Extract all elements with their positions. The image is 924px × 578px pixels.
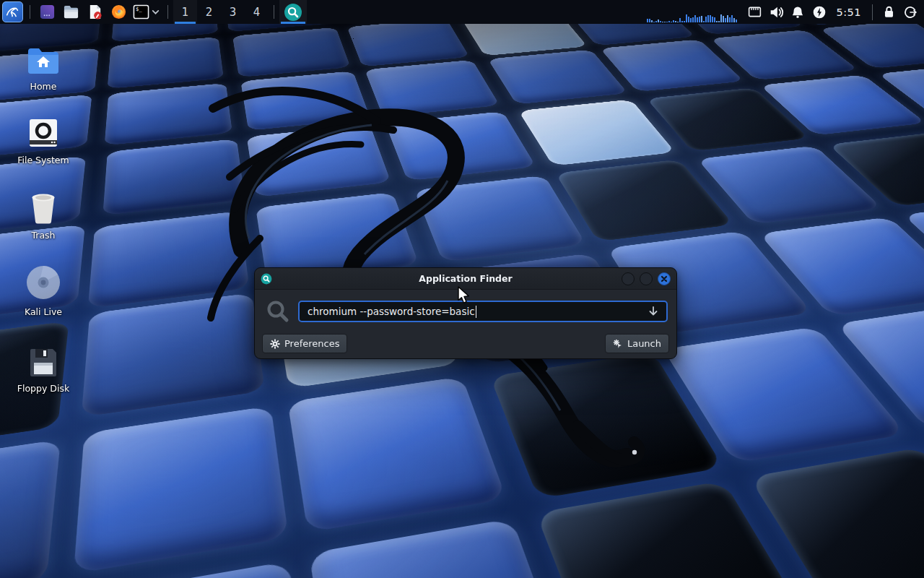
graph-bar [692, 17, 694, 22]
graph-bar [675, 21, 676, 22]
close-icon [661, 275, 668, 282]
desktop-icon-trash[interactable]: Trash [9, 189, 78, 241]
workspace-switcher: 1234 [173, 0, 269, 24]
logout-button[interactable] [899, 0, 921, 24]
wallpaper-cube [309, 519, 574, 578]
taskbar-window-application-finder[interactable] [279, 0, 307, 24]
wallpaper-cube [88, 211, 249, 309]
wallpaper-cube [232, 27, 350, 77]
desktop-icon-file-system[interactable]: File System [9, 114, 78, 165]
optical-disc-icon [25, 266, 61, 301]
wallpaper-cube [287, 376, 507, 532]
wallpaper-cube [365, 60, 500, 117]
graph-bar [720, 14, 722, 22]
workspace-button-4[interactable]: 4 [245, 0, 269, 24]
graph-bar [690, 18, 692, 22]
graph-bar [666, 22, 668, 22]
graph-bar [727, 15, 728, 22]
launcher-terminal-emulator[interactable]: $_ [131, 0, 162, 24]
notifications-tray-button[interactable] [787, 0, 808, 24]
dropdown-arrow-icon[interactable] [647, 305, 660, 318]
system-tray: 5:51 [647, 0, 924, 24]
trash-can-icon [28, 189, 58, 224]
command-input-value: chromium --password-store=basic [308, 306, 475, 317]
wallpaper-cube [247, 124, 391, 197]
wallpaper-cube [347, 19, 470, 67]
desktop-icon-home[interactable]: Home [9, 40, 78, 92]
minimize-button[interactable] [622, 272, 635, 285]
launcher-terminal-app[interactable] [35, 0, 59, 24]
workspace-button-1[interactable]: 1 [173, 0, 197, 24]
text-editor-icon [87, 4, 103, 20]
logout-icon [903, 5, 918, 20]
panel-separator [872, 4, 873, 20]
desktop-icon-label: Trash [31, 230, 55, 241]
graph-bar [736, 20, 737, 22]
hard-drive-icon [27, 114, 59, 149]
svg-text:$_: $_ [136, 6, 142, 12]
chevron-down-icon[interactable] [151, 7, 160, 17]
graph-bar [694, 15, 696, 22]
graph-bar [725, 18, 726, 22]
system-monitor-graph[interactable] [647, 0, 739, 24]
clock[interactable]: 5:51 [830, 7, 867, 18]
launcher-text-editor[interactable] [83, 0, 107, 24]
window-title: Application Finder [255, 273, 676, 284]
workspace-button-3[interactable]: 3 [221, 0, 245, 24]
graph-bar [684, 21, 685, 22]
graph-bar [733, 18, 735, 22]
gear-icon [270, 339, 280, 349]
wallpaper-cube [74, 406, 289, 574]
graph-bar [716, 21, 718, 22]
launch-icon [613, 339, 623, 349]
graph-bar [671, 22, 672, 22]
text-caret [476, 306, 477, 318]
workspace-button-2[interactable]: 2 [197, 0, 221, 24]
lock-screen-icon [882, 5, 896, 19]
file-manager-icon [63, 4, 79, 20]
maximize-button[interactable] [640, 272, 653, 285]
graph-bar [688, 17, 689, 22]
graph-bar [662, 22, 663, 22]
titlebar[interactable]: Application Finder [255, 268, 676, 290]
preferences-button[interactable]: Preferences [262, 334, 347, 353]
graph-bar [710, 15, 711, 22]
graph-bar [660, 21, 661, 22]
graph-bar [681, 21, 683, 22]
wallpaper-cube [518, 99, 676, 165]
graph-bar [658, 20, 659, 22]
wallpaper-cube [487, 50, 627, 105]
wallpaper-cube [81, 293, 264, 418]
graph-bar [647, 19, 648, 22]
power-manager-tray-button[interactable] [808, 0, 830, 24]
graph-bar [723, 16, 724, 22]
close-button[interactable] [658, 272, 671, 285]
graph-bar [686, 14, 687, 22]
graph-bar [664, 22, 666, 22]
launch-button[interactable]: Launch [605, 334, 669, 353]
volume-icon [768, 4, 784, 20]
kali-menu-icon [2, 1, 23, 22]
lock-screen-button[interactable] [878, 0, 899, 24]
application-finder-window: Application Finder chromium --password-s… [254, 267, 677, 359]
command-input[interactable]: chromium --password-store=basic [298, 301, 668, 322]
network-tray-button[interactable] [744, 0, 765, 24]
graph-bar [729, 17, 731, 22]
power-manager-icon [812, 5, 827, 20]
graph-bar [655, 21, 657, 22]
desktop-icon-floppy-disk[interactable]: Floppy Disk [9, 342, 78, 394]
wallpaper-cube [0, 439, 61, 578]
launcher-firefox[interactable] [107, 0, 131, 24]
network-icon [747, 4, 762, 20]
wallpaper-cube [240, 71, 370, 131]
notifications-bell-icon [790, 5, 805, 20]
launcher-file-manager[interactable] [59, 0, 83, 24]
graph-bar [677, 22, 679, 22]
desktop-icon-kali-live[interactable]: Kali Live [9, 266, 78, 317]
floppy-disk-icon [28, 342, 58, 377]
applications-menu-button[interactable] [0, 0, 25, 24]
graph-bar [668, 21, 670, 22]
wallpaper-cube [105, 83, 232, 146]
desktop-icon-label: Floppy Disk [17, 383, 69, 394]
volume-tray-button[interactable] [765, 0, 787, 24]
